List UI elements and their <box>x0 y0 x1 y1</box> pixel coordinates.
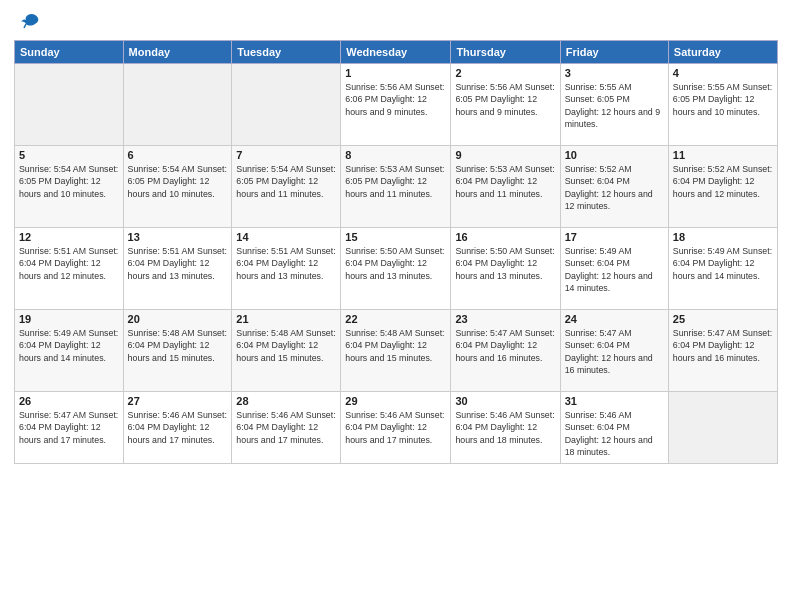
day-header-saturday: Saturday <box>668 41 777 64</box>
calendar-cell: 13Sunrise: 5:51 AM Sunset: 6:04 PM Dayli… <box>123 228 232 310</box>
calendar-cell <box>232 64 341 146</box>
day-info: Sunrise: 5:54 AM Sunset: 6:05 PM Dayligh… <box>19 163 119 200</box>
calendar-cell: 30Sunrise: 5:46 AM Sunset: 6:04 PM Dayli… <box>451 392 560 464</box>
calendar-cell: 1Sunrise: 5:56 AM Sunset: 6:06 PM Daylig… <box>341 64 451 146</box>
day-info: Sunrise: 5:56 AM Sunset: 6:06 PM Dayligh… <box>345 81 446 118</box>
day-info: Sunrise: 5:47 AM Sunset: 6:04 PM Dayligh… <box>455 327 555 364</box>
header <box>14 10 778 34</box>
day-number: 24 <box>565 313 664 325</box>
calendar-cell <box>668 392 777 464</box>
day-number: 22 <box>345 313 446 325</box>
calendar-cell: 10Sunrise: 5:52 AM Sunset: 6:04 PM Dayli… <box>560 146 668 228</box>
calendar-cell: 27Sunrise: 5:46 AM Sunset: 6:04 PM Dayli… <box>123 392 232 464</box>
day-info: Sunrise: 5:46 AM Sunset: 6:04 PM Dayligh… <box>236 409 336 446</box>
logo <box>14 10 42 34</box>
day-number: 19 <box>19 313 119 325</box>
week-row-2: 5Sunrise: 5:54 AM Sunset: 6:05 PM Daylig… <box>15 146 778 228</box>
day-header-monday: Monday <box>123 41 232 64</box>
day-info: Sunrise: 5:47 AM Sunset: 6:04 PM Dayligh… <box>565 327 664 376</box>
calendar-cell <box>15 64 124 146</box>
day-info: Sunrise: 5:55 AM Sunset: 6:05 PM Dayligh… <box>673 81 773 118</box>
day-number: 10 <box>565 149 664 161</box>
day-info: Sunrise: 5:50 AM Sunset: 6:04 PM Dayligh… <box>455 245 555 282</box>
calendar-cell: 18Sunrise: 5:49 AM Sunset: 6:04 PM Dayli… <box>668 228 777 310</box>
day-number: 3 <box>565 67 664 79</box>
day-info: Sunrise: 5:50 AM Sunset: 6:04 PM Dayligh… <box>345 245 446 282</box>
calendar-cell: 4Sunrise: 5:55 AM Sunset: 6:05 PM Daylig… <box>668 64 777 146</box>
day-info: Sunrise: 5:53 AM Sunset: 6:04 PM Dayligh… <box>455 163 555 200</box>
calendar-cell: 25Sunrise: 5:47 AM Sunset: 6:04 PM Dayli… <box>668 310 777 392</box>
calendar-cell: 7Sunrise: 5:54 AM Sunset: 6:05 PM Daylig… <box>232 146 341 228</box>
day-number: 5 <box>19 149 119 161</box>
day-info: Sunrise: 5:54 AM Sunset: 6:05 PM Dayligh… <box>236 163 336 200</box>
week-row-1: 1Sunrise: 5:56 AM Sunset: 6:06 PM Daylig… <box>15 64 778 146</box>
day-number: 6 <box>128 149 228 161</box>
calendar-cell: 11Sunrise: 5:52 AM Sunset: 6:04 PM Dayli… <box>668 146 777 228</box>
week-row-4: 19Sunrise: 5:49 AM Sunset: 6:04 PM Dayli… <box>15 310 778 392</box>
calendar-cell: 26Sunrise: 5:47 AM Sunset: 6:04 PM Dayli… <box>15 392 124 464</box>
calendar-page: SundayMondayTuesdayWednesdayThursdayFrid… <box>0 0 792 612</box>
day-info: Sunrise: 5:56 AM Sunset: 6:05 PM Dayligh… <box>455 81 555 118</box>
day-info: Sunrise: 5:46 AM Sunset: 6:04 PM Dayligh… <box>455 409 555 446</box>
day-header-wednesday: Wednesday <box>341 41 451 64</box>
day-number: 16 <box>455 231 555 243</box>
calendar-cell: 16Sunrise: 5:50 AM Sunset: 6:04 PM Dayli… <box>451 228 560 310</box>
day-number: 8 <box>345 149 446 161</box>
calendar-cell: 19Sunrise: 5:49 AM Sunset: 6:04 PM Dayli… <box>15 310 124 392</box>
day-number: 1 <box>345 67 446 79</box>
calendar-cell: 14Sunrise: 5:51 AM Sunset: 6:04 PM Dayli… <box>232 228 341 310</box>
day-number: 12 <box>19 231 119 243</box>
day-number: 17 <box>565 231 664 243</box>
day-info: Sunrise: 5:47 AM Sunset: 6:04 PM Dayligh… <box>19 409 119 446</box>
calendar-cell: 21Sunrise: 5:48 AM Sunset: 6:04 PM Dayli… <box>232 310 341 392</box>
calendar-cell: 12Sunrise: 5:51 AM Sunset: 6:04 PM Dayli… <box>15 228 124 310</box>
day-info: Sunrise: 5:46 AM Sunset: 6:04 PM Dayligh… <box>565 409 664 458</box>
day-number: 27 <box>128 395 228 407</box>
day-number: 4 <box>673 67 773 79</box>
day-info: Sunrise: 5:54 AM Sunset: 6:05 PM Dayligh… <box>128 163 228 200</box>
calendar-cell: 9Sunrise: 5:53 AM Sunset: 6:04 PM Daylig… <box>451 146 560 228</box>
day-info: Sunrise: 5:53 AM Sunset: 6:05 PM Dayligh… <box>345 163 446 200</box>
day-info: Sunrise: 5:49 AM Sunset: 6:04 PM Dayligh… <box>19 327 119 364</box>
day-number: 2 <box>455 67 555 79</box>
calendar-cell: 22Sunrise: 5:48 AM Sunset: 6:04 PM Dayli… <box>341 310 451 392</box>
day-info: Sunrise: 5:55 AM Sunset: 6:05 PM Dayligh… <box>565 81 664 130</box>
day-info: Sunrise: 5:48 AM Sunset: 6:04 PM Dayligh… <box>128 327 228 364</box>
day-info: Sunrise: 5:46 AM Sunset: 6:04 PM Dayligh… <box>128 409 228 446</box>
day-number: 20 <box>128 313 228 325</box>
day-number: 18 <box>673 231 773 243</box>
day-number: 14 <box>236 231 336 243</box>
day-number: 23 <box>455 313 555 325</box>
day-number: 7 <box>236 149 336 161</box>
day-number: 11 <box>673 149 773 161</box>
calendar-cell: 17Sunrise: 5:49 AM Sunset: 6:04 PM Dayli… <box>560 228 668 310</box>
calendar-cell: 2Sunrise: 5:56 AM Sunset: 6:05 PM Daylig… <box>451 64 560 146</box>
day-number: 30 <box>455 395 555 407</box>
calendar-table: SundayMondayTuesdayWednesdayThursdayFrid… <box>14 40 778 464</box>
calendar-cell: 6Sunrise: 5:54 AM Sunset: 6:05 PM Daylig… <box>123 146 232 228</box>
day-info: Sunrise: 5:49 AM Sunset: 6:04 PM Dayligh… <box>565 245 664 294</box>
calendar-cell: 8Sunrise: 5:53 AM Sunset: 6:05 PM Daylig… <box>341 146 451 228</box>
day-info: Sunrise: 5:52 AM Sunset: 6:04 PM Dayligh… <box>673 163 773 200</box>
day-number: 15 <box>345 231 446 243</box>
day-info: Sunrise: 5:48 AM Sunset: 6:04 PM Dayligh… <box>345 327 446 364</box>
day-info: Sunrise: 5:52 AM Sunset: 6:04 PM Dayligh… <box>565 163 664 212</box>
day-number: 31 <box>565 395 664 407</box>
calendar-cell: 31Sunrise: 5:46 AM Sunset: 6:04 PM Dayli… <box>560 392 668 464</box>
day-header-sunday: Sunday <box>15 41 124 64</box>
calendar-header-row: SundayMondayTuesdayWednesdayThursdayFrid… <box>15 41 778 64</box>
day-header-tuesday: Tuesday <box>232 41 341 64</box>
day-number: 9 <box>455 149 555 161</box>
day-info: Sunrise: 5:47 AM Sunset: 6:04 PM Dayligh… <box>673 327 773 364</box>
day-number: 26 <box>19 395 119 407</box>
calendar-cell: 3Sunrise: 5:55 AM Sunset: 6:05 PM Daylig… <box>560 64 668 146</box>
day-number: 25 <box>673 313 773 325</box>
day-header-friday: Friday <box>560 41 668 64</box>
calendar-cell: 24Sunrise: 5:47 AM Sunset: 6:04 PM Dayli… <box>560 310 668 392</box>
week-row-3: 12Sunrise: 5:51 AM Sunset: 6:04 PM Dayli… <box>15 228 778 310</box>
day-info: Sunrise: 5:46 AM Sunset: 6:04 PM Dayligh… <box>345 409 446 446</box>
calendar-cell: 28Sunrise: 5:46 AM Sunset: 6:04 PM Dayli… <box>232 392 341 464</box>
day-number: 21 <box>236 313 336 325</box>
calendar-cell: 15Sunrise: 5:50 AM Sunset: 6:04 PM Dayli… <box>341 228 451 310</box>
calendar-cell: 20Sunrise: 5:48 AM Sunset: 6:04 PM Dayli… <box>123 310 232 392</box>
